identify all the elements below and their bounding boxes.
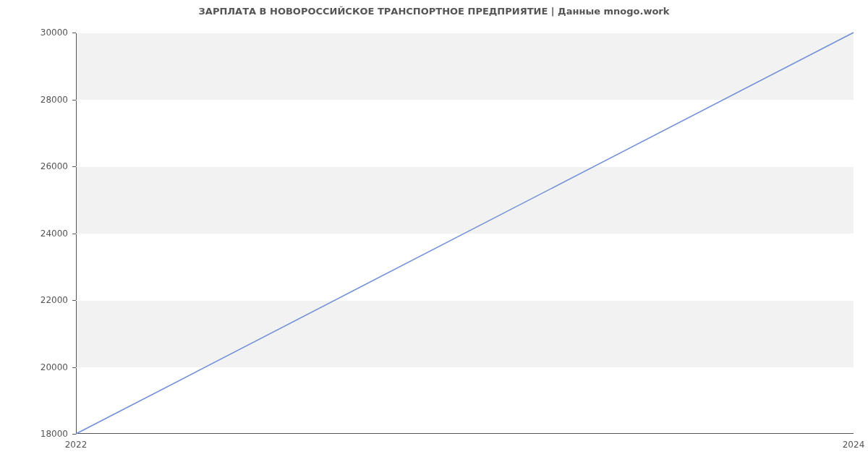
chart-title: ЗАРПЛАТА В НОВОРОССИЙСКОЕ ТРАНСПОРТНОЕ П… — [0, 6, 868, 17]
y-tick-label: 26000 — [3, 161, 68, 171]
x-tick-label: 2024 — [843, 440, 865, 450]
plot-area — [76, 33, 854, 434]
y-tick-mark — [72, 33, 76, 33]
x-tick-label: 2022 — [65, 440, 88, 450]
y-tick-mark — [72, 367, 76, 368]
y-tick-mark — [72, 166, 76, 167]
y-tick-mark — [72, 300, 76, 301]
series-line — [76, 33, 854, 434]
y-tick-label: 30000 — [3, 27, 68, 38]
y-tick-label: 28000 — [3, 95, 68, 105]
y-tick-label: 18000 — [3, 429, 68, 439]
y-tick-mark — [72, 100, 76, 101]
y-tick-mark — [72, 434, 76, 435]
y-tick-label: 20000 — [3, 362, 68, 372]
y-tick-label: 24000 — [3, 228, 68, 239]
line-layer — [76, 33, 854, 434]
gridline — [76, 434, 854, 435]
chart-container: ЗАРПЛАТА В НОВОРОССИЙСКОЕ ТРАНСПОРТНОЕ П… — [0, 0, 868, 470]
y-tick-label: 22000 — [3, 295, 68, 305]
y-tick-mark — [72, 234, 76, 234]
